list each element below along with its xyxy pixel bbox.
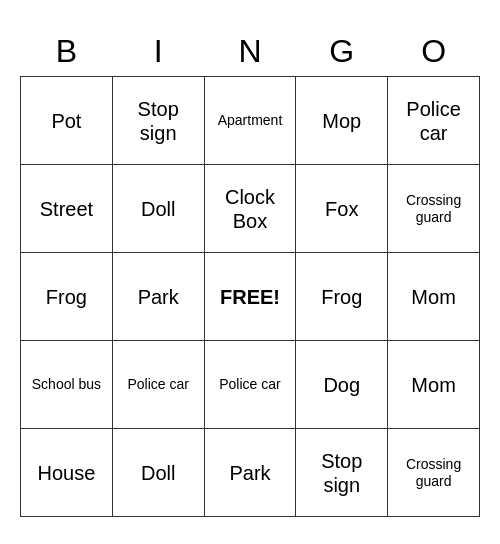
bingo-cell-4-2: Park <box>204 429 296 517</box>
bingo-row-2: FrogParkFREE!FrogMom <box>21 253 480 341</box>
header-col-o: O <box>388 27 480 77</box>
bingo-cell-3-4: Mom <box>388 341 480 429</box>
header-col-i: I <box>112 27 204 77</box>
bingo-cell-0-2: Apartment <box>204 77 296 165</box>
bingo-cell-3-2: Police car <box>204 341 296 429</box>
bingo-cell-2-3: Frog <box>296 253 388 341</box>
header-col-b: B <box>21 27 113 77</box>
bingo-cell-0-0: Pot <box>21 77 113 165</box>
bingo-header-row: BINGO <box>21 27 480 77</box>
bingo-card: BINGO PotStop signApartmentMopPolice car… <box>20 27 480 517</box>
bingo-row-3: School busPolice carPolice carDogMom <box>21 341 480 429</box>
bingo-cell-3-1: Police car <box>112 341 204 429</box>
bingo-cell-2-2: FREE! <box>204 253 296 341</box>
bingo-cell-1-0: Street <box>21 165 113 253</box>
bingo-row-1: StreetDollClock BoxFoxCrossing guard <box>21 165 480 253</box>
bingo-cell-4-3: Stop sign <box>296 429 388 517</box>
bingo-row-0: PotStop signApartmentMopPolice car <box>21 77 480 165</box>
header-col-n: N <box>204 27 296 77</box>
bingo-cell-4-1: Doll <box>112 429 204 517</box>
bingo-cell-0-3: Mop <box>296 77 388 165</box>
bingo-cell-3-3: Dog <box>296 341 388 429</box>
bingo-cell-2-1: Park <box>112 253 204 341</box>
header-col-g: G <box>296 27 388 77</box>
bingo-cell-1-4: Crossing guard <box>388 165 480 253</box>
bingo-cell-1-3: Fox <box>296 165 388 253</box>
bingo-cell-2-0: Frog <box>21 253 113 341</box>
bingo-cell-1-1: Doll <box>112 165 204 253</box>
bingo-cell-4-4: Crossing guard <box>388 429 480 517</box>
bingo-cell-3-0: School bus <box>21 341 113 429</box>
bingo-cell-0-4: Police car <box>388 77 480 165</box>
bingo-cell-1-2: Clock Box <box>204 165 296 253</box>
bingo-cell-0-1: Stop sign <box>112 77 204 165</box>
bingo-cell-2-4: Mom <box>388 253 480 341</box>
bingo-row-4: HouseDollParkStop signCrossing guard <box>21 429 480 517</box>
bingo-cell-4-0: House <box>21 429 113 517</box>
